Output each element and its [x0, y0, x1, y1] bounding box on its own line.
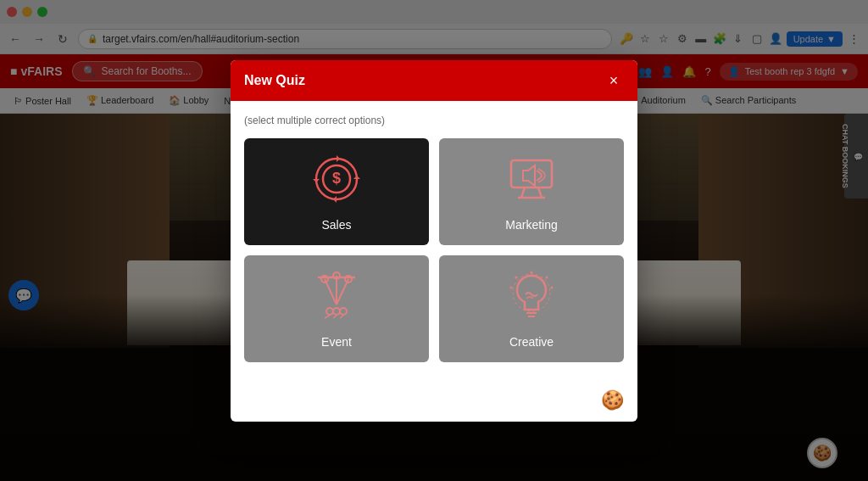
svg-marker-4: [333, 196, 337, 203]
modal-footer: 🍪: [231, 389, 637, 422]
sales-icon: $: [309, 152, 364, 210]
modal-title: New Quiz: [244, 73, 305, 88]
svg-point-25: [551, 286, 554, 288]
svg-marker-5: [337, 155, 340, 162]
event-label: Event: [321, 335, 352, 349]
svg-point-23: [531, 271, 533, 273]
svg-point-26: [515, 276, 518, 278]
svg-point-17: [326, 308, 333, 315]
svg-line-7: [521, 187, 525, 198]
quiz-options-grid: $ Sales: [244, 138, 624, 362]
quiz-option-creative[interactable]: Creative: [439, 255, 624, 362]
modal-instruction: (select multiple correct options): [244, 115, 624, 126]
modal-header: New Quiz ×: [231, 60, 637, 101]
svg-marker-3: [313, 179, 320, 182]
svg-point-18: [333, 308, 340, 315]
svg-text:$: $: [332, 170, 341, 187]
marketing-label: Marketing: [505, 218, 557, 232]
new-quiz-modal: New Quiz × (select multiple correct opti…: [231, 60, 637, 422]
svg-point-19: [340, 308, 347, 315]
quiz-option-sales[interactable]: $ Sales: [244, 138, 429, 245]
modal-close-button[interactable]: ×: [604, 70, 624, 91]
sales-label: Sales: [321, 218, 351, 232]
modal-overlay: New Quiz × (select multiple correct opti…: [0, 0, 868, 481]
creative-label: Creative: [509, 335, 554, 349]
quiz-option-event[interactable]: Event: [244, 255, 429, 362]
svg-marker-2: [353, 176, 360, 179]
svg-point-28: [513, 274, 550, 311]
quiz-option-marketing[interactable]: Marketing: [439, 138, 624, 245]
svg-point-24: [510, 286, 513, 288]
marketing-icon: [504, 152, 559, 210]
event-icon: [309, 269, 364, 327]
svg-line-8: [538, 187, 542, 198]
svg-point-27: [546, 276, 548, 278]
cookie-icon-modal[interactable]: 🍪: [601, 389, 624, 411]
creative-icon: [504, 269, 559, 327]
modal-body: (select multiple correct options) $: [231, 101, 637, 389]
